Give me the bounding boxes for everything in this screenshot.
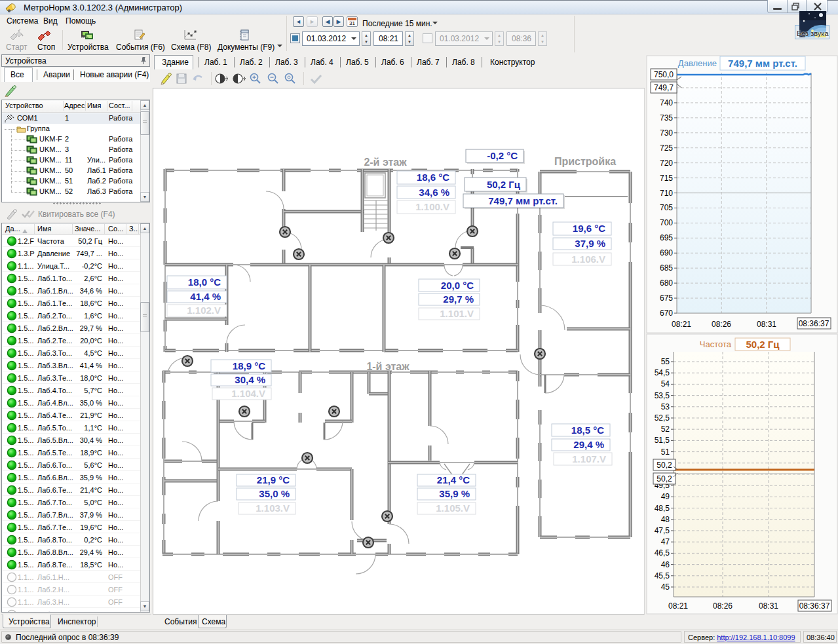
svg-text:1.100.V: 1.100.V bbox=[415, 201, 449, 212]
svg-text:749,7 мм рт.ст.: 749,7 мм рт.ст. bbox=[488, 195, 558, 206]
svg-text:51,5: 51,5 bbox=[655, 436, 670, 445]
svg-text:08:31: 08:31 bbox=[757, 320, 776, 329]
svg-text:45,5: 45,5 bbox=[655, 571, 670, 580]
svg-text:20,0 °C: 20,0 °C bbox=[441, 280, 474, 291]
svg-text:29,7 %: 29,7 % bbox=[443, 294, 474, 305]
svg-text:-0,2 °C: -0,2 °C bbox=[487, 150, 518, 161]
svg-text:695: 695 bbox=[660, 233, 673, 242]
svg-text:1.105.V: 1.105.V bbox=[436, 502, 470, 514]
svg-text:18,6 °C: 18,6 °C bbox=[417, 172, 449, 183]
svg-text:675: 675 bbox=[660, 294, 673, 303]
svg-text:690: 690 bbox=[660, 248, 673, 257]
svg-text:08:26: 08:26 bbox=[713, 601, 733, 611]
svg-text:53,5: 53,5 bbox=[655, 391, 670, 400]
svg-text:680: 680 bbox=[660, 278, 673, 288]
svg-text:19,6 °C: 19,6 °C bbox=[573, 223, 605, 234]
svg-text:685: 685 bbox=[660, 263, 673, 273]
svg-text:54,5: 54,5 bbox=[655, 368, 670, 377]
svg-text:49: 49 bbox=[661, 492, 670, 501]
svg-text:18,0 °C: 18,0 °C bbox=[188, 276, 221, 288]
svg-text:1.104.V: 1.104.V bbox=[231, 388, 265, 399]
svg-text:740: 740 bbox=[660, 98, 673, 107]
svg-text:08:31: 08:31 bbox=[759, 601, 778, 611]
svg-text:50,5: 50,5 bbox=[655, 459, 670, 468]
svg-text:21,4 °C: 21,4 °C bbox=[437, 474, 470, 485]
svg-text:750,0: 750,0 bbox=[654, 70, 674, 79]
svg-text:51: 51 bbox=[661, 447, 670, 457]
svg-text:1.106.V: 1.106.V bbox=[571, 254, 605, 265]
svg-text:705: 705 bbox=[660, 203, 673, 212]
svg-text:700: 700 bbox=[660, 218, 673, 227]
svg-text:670: 670 bbox=[660, 309, 673, 318]
svg-text:18,5 °C: 18,5 °C bbox=[571, 425, 604, 436]
svg-text:Давление: Давление bbox=[678, 58, 717, 68]
svg-text:52: 52 bbox=[661, 425, 670, 434]
svg-text:53: 53 bbox=[661, 402, 670, 411]
svg-text:735: 735 bbox=[660, 113, 673, 123]
svg-text:18,9 °C: 18,9 °C bbox=[233, 360, 265, 371]
svg-text:2-й этаж: 2-й этаж bbox=[364, 157, 407, 168]
svg-text:37,9 %: 37,9 % bbox=[575, 238, 605, 249]
svg-text:48,5: 48,5 bbox=[655, 504, 670, 513]
svg-text:1.102.V: 1.102.V bbox=[187, 305, 221, 316]
svg-text:749,7 мм рт.ст.: 749,7 мм рт.ст. bbox=[728, 58, 797, 69]
svg-text:725: 725 bbox=[660, 143, 673, 153]
svg-text:720: 720 bbox=[660, 159, 673, 168]
svg-text:46: 46 bbox=[661, 560, 670, 569]
svg-text:47,5: 47,5 bbox=[655, 526, 670, 535]
svg-text:1.107.V: 1.107.V bbox=[572, 453, 606, 464]
svg-text:710: 710 bbox=[660, 189, 673, 198]
svg-text:35,0 %: 35,0 % bbox=[259, 488, 290, 499]
svg-text:1.103.V: 1.103.V bbox=[256, 502, 290, 514]
svg-text:715: 715 bbox=[660, 174, 673, 183]
svg-text:34,6 %: 34,6 % bbox=[419, 187, 449, 198]
svg-text:41,4 %: 41,4 % bbox=[190, 291, 221, 302]
svg-text:52,5: 52,5 bbox=[655, 413, 670, 423]
svg-text:46,5: 46,5 bbox=[655, 548, 670, 558]
svg-text:08:26: 08:26 bbox=[712, 320, 731, 329]
svg-text:47: 47 bbox=[661, 537, 670, 546]
svg-text:21,9 °C: 21,9 °C bbox=[257, 474, 290, 485]
svg-text:55: 55 bbox=[661, 357, 670, 366]
svg-text:35,9 %: 35,9 % bbox=[439, 488, 470, 499]
svg-text:50,2: 50,2 bbox=[657, 461, 672, 470]
svg-text:50,2: 50,2 bbox=[657, 474, 672, 483]
svg-text:50,2 Гц: 50,2 Гц bbox=[487, 179, 521, 190]
svg-text:08:36:37: 08:36:37 bbox=[799, 319, 829, 328]
svg-text:30,4 %: 30,4 % bbox=[235, 374, 265, 385]
svg-text:45: 45 bbox=[661, 582, 670, 592]
svg-text:730: 730 bbox=[660, 128, 673, 138]
svg-text:1-й этаж: 1-й этаж bbox=[366, 361, 409, 372]
svg-text:1.101.V: 1.101.V bbox=[440, 308, 474, 319]
svg-text:50,2 Гц: 50,2 Гц bbox=[746, 339, 780, 350]
svg-text:48: 48 bbox=[661, 515, 670, 524]
svg-text:08:21: 08:21 bbox=[672, 320, 691, 329]
svg-text:49,5: 49,5 bbox=[655, 481, 670, 490]
svg-text:08:21: 08:21 bbox=[668, 601, 688, 611]
svg-text:54: 54 bbox=[661, 379, 670, 388]
svg-text:Пристройка: Пристройка bbox=[554, 156, 616, 167]
svg-text:08:36:37: 08:36:37 bbox=[799, 601, 830, 611]
svg-text:749,7: 749,7 bbox=[654, 83, 674, 92]
svg-text:29,4 %: 29,4 % bbox=[573, 439, 604, 450]
svg-text:Частота: Частота bbox=[700, 339, 732, 349]
